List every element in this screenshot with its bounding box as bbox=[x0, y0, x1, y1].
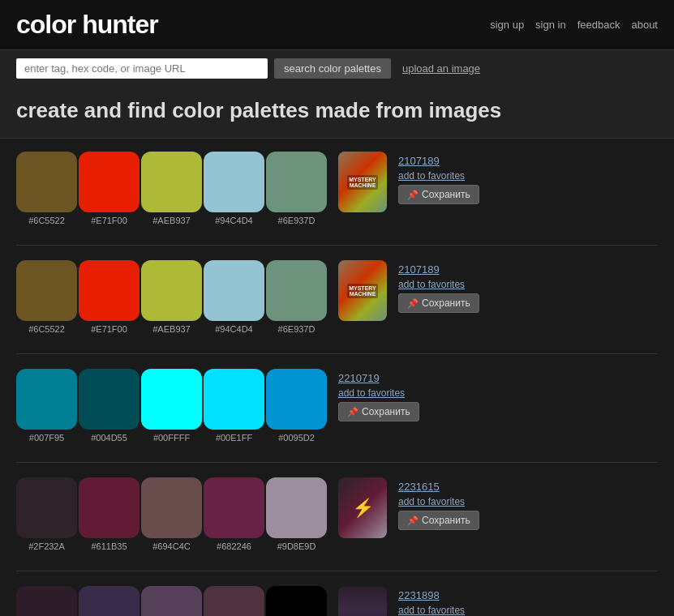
color-swatch[interactable] bbox=[79, 477, 140, 538]
swatch-item[interactable]: #553F59 bbox=[141, 586, 202, 616]
add-favorites-link[interactable]: add to favorites bbox=[398, 170, 479, 182]
about-link[interactable]: about bbox=[631, 19, 658, 31]
save-label: Сохранить bbox=[422, 515, 470, 526]
feedback-link[interactable]: feedback bbox=[577, 19, 620, 31]
page-title: create and find color palettes made from… bbox=[0, 87, 674, 139]
pin-icon: 📌 bbox=[407, 298, 419, 309]
palette-row: #6C5522#E71F00#AEB937#94C4D4#6E937DMYSTE… bbox=[16, 260, 658, 334]
palette-info: 2107189add to favorites📌Сохранить bbox=[398, 260, 479, 313]
swatch-item[interactable]: #E71F00 bbox=[79, 260, 140, 334]
swatch-item[interactable]: #000000 bbox=[266, 586, 327, 616]
color-swatch[interactable] bbox=[266, 477, 327, 538]
palette-id-link[interactable]: 2231898 bbox=[398, 589, 479, 601]
swatch-item[interactable]: #2F232A bbox=[16, 477, 77, 551]
swatch-label: #94C4D4 bbox=[215, 216, 252, 225]
palette-info: 2231898add to favorites📌Сохранить bbox=[398, 586, 479, 616]
swatch-item[interactable]: #611B35 bbox=[79, 477, 140, 551]
palette-thumbnail: MYSTERYMACHINE bbox=[338, 260, 387, 321]
swatch-item[interactable]: #682246 bbox=[204, 477, 264, 551]
save-button[interactable]: 📌Сохранить bbox=[398, 185, 479, 204]
color-swatch[interactable] bbox=[266, 369, 327, 430]
swatch-item[interactable]: #007F95 bbox=[16, 369, 77, 443]
color-swatch[interactable] bbox=[141, 260, 202, 321]
swatch-label: #94C4D4 bbox=[215, 324, 252, 334]
swatch-label: #694C4C bbox=[152, 541, 190, 551]
swatch-item[interactable]: #00FFFF bbox=[141, 369, 202, 443]
palette-thumbnail: ⚡ bbox=[338, 477, 387, 538]
color-swatch[interactable] bbox=[266, 260, 327, 321]
color-swatch[interactable] bbox=[204, 477, 264, 538]
color-swatch[interactable] bbox=[141, 477, 202, 538]
color-swatch[interactable] bbox=[141, 586, 202, 616]
search-input[interactable] bbox=[16, 58, 268, 79]
color-swatch[interactable] bbox=[141, 369, 202, 430]
color-swatch[interactable] bbox=[204, 369, 264, 430]
add-favorites-link[interactable]: add to favorites bbox=[398, 279, 479, 290]
save-button[interactable]: 📌Сохранить bbox=[338, 402, 419, 421]
swatch-label: #2F232A bbox=[28, 541, 65, 551]
add-favorites-link[interactable]: add to favorites bbox=[398, 605, 479, 616]
color-swatch[interactable] bbox=[16, 477, 77, 538]
save-button[interactable]: 📌Сохранить bbox=[398, 293, 479, 313]
color-swatch[interactable] bbox=[79, 369, 140, 430]
palette-id-link[interactable]: 2107189 bbox=[398, 263, 479, 276]
signup-link[interactable]: sign up bbox=[490, 19, 524, 31]
color-swatch[interactable] bbox=[16, 260, 77, 321]
swatch-item[interactable]: #6E937D bbox=[266, 260, 327, 334]
palette-id-link[interactable]: 2231615 bbox=[398, 481, 479, 493]
swatch-item[interactable]: #2C1D29 bbox=[16, 586, 77, 616]
swatch-group: #6C5522#E71F00#AEB937#94C4D4#6E937D bbox=[16, 152, 327, 225]
add-favorites-link[interactable]: add to favorites bbox=[398, 496, 479, 507]
swatch-group: #007F95#004D55#00FFFF#00E1FF#0095D2 bbox=[16, 369, 327, 443]
swatch-item[interactable]: #004D55 bbox=[79, 369, 140, 443]
color-swatch[interactable] bbox=[204, 260, 264, 321]
palette-thumbnail bbox=[338, 586, 387, 616]
swatch-label: #6C5522 bbox=[28, 324, 65, 334]
save-button[interactable]: 📌Сохранить bbox=[398, 511, 479, 530]
swatch-label: #682246 bbox=[217, 541, 251, 551]
swatch-item[interactable]: #4E333E bbox=[204, 586, 264, 616]
search-bar: search color palettes upload an image bbox=[0, 50, 674, 87]
palette-id-link[interactable]: 2107189 bbox=[398, 155, 479, 167]
swatch-item[interactable]: #6E937D bbox=[266, 152, 327, 225]
swatch-item[interactable]: #E71F00 bbox=[79, 152, 140, 225]
color-swatch[interactable] bbox=[16, 369, 77, 430]
swatch-item[interactable]: #94C4D4 bbox=[204, 260, 264, 334]
color-swatch[interactable] bbox=[79, 586, 140, 616]
palette-info: 2210719add to favorites📌Сохранить bbox=[338, 369, 419, 421]
pin-icon: 📌 bbox=[407, 515, 419, 526]
palette-id-link[interactable]: 2210719 bbox=[338, 372, 419, 384]
swatch-item[interactable]: #392C4B bbox=[79, 586, 140, 616]
color-swatch[interactable] bbox=[16, 586, 77, 616]
add-favorites-link[interactable]: add to favorites bbox=[338, 387, 419, 399]
swatch-item[interactable]: #00E1FF bbox=[204, 369, 264, 443]
palette-info: 2107189add to favorites📌Сохранить bbox=[398, 152, 479, 204]
swatch-item[interactable]: #6C5522 bbox=[16, 260, 77, 334]
color-swatch[interactable] bbox=[266, 586, 327, 616]
swatch-item[interactable]: #AEB937 bbox=[141, 152, 202, 225]
upload-link[interactable]: upload an image bbox=[402, 62, 480, 75]
swatch-label: #E71F00 bbox=[91, 216, 127, 225]
swatch-label: #9D8E9D bbox=[277, 541, 316, 551]
color-swatch[interactable] bbox=[266, 152, 327, 212]
signin-link[interactable]: sign in bbox=[535, 19, 566, 31]
swatch-label: #0095D2 bbox=[278, 433, 315, 443]
color-swatch[interactable] bbox=[79, 152, 140, 212]
color-swatch[interactable] bbox=[204, 152, 264, 212]
search-button[interactable]: search color palettes bbox=[274, 58, 391, 79]
color-swatch[interactable] bbox=[79, 260, 140, 321]
swatch-item[interactable]: #0095D2 bbox=[266, 369, 327, 443]
swatch-item[interactable]: #6C5522 bbox=[16, 152, 77, 225]
color-swatch[interactable] bbox=[204, 586, 264, 616]
swatch-item[interactable]: #AEB937 bbox=[141, 260, 202, 334]
pin-icon: 📌 bbox=[347, 407, 358, 417]
swatch-label: #004D55 bbox=[91, 433, 127, 443]
swatch-item[interactable]: #9D8E9D bbox=[266, 477, 327, 551]
color-swatch[interactable] bbox=[141, 152, 202, 212]
swatch-item[interactable]: #94C4D4 bbox=[204, 152, 264, 225]
color-swatch[interactable] bbox=[16, 152, 77, 212]
swatch-label: #6E937D bbox=[278, 324, 316, 334]
swatch-label: #00FFFF bbox=[153, 433, 190, 443]
swatch-item[interactable]: #694C4C bbox=[141, 477, 202, 551]
swatch-label: #6E937D bbox=[278, 216, 316, 225]
